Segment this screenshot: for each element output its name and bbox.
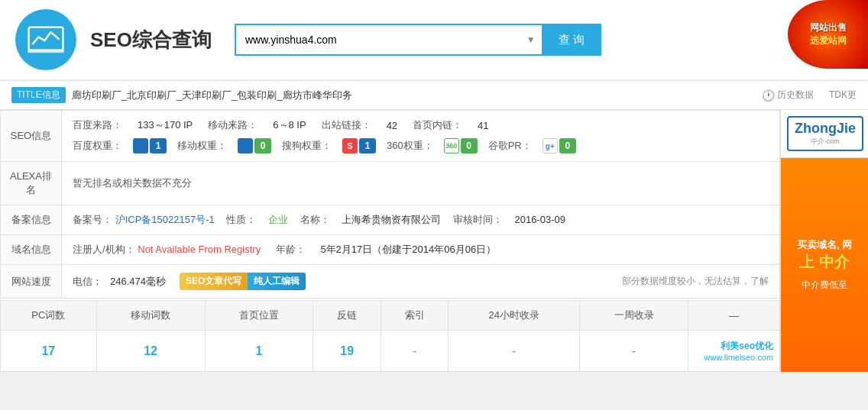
- beian-name-value: 上海希贵物资有限公司: [342, 214, 441, 225]
- stats-header-row: PC词数 移动词数 首页位置 反链 索引 24小时收录 一周收录 —: [1, 301, 780, 331]
- main-content: SEO信息 百度来路： 133～170 IP 移动来路： 6～8 IP 出站链接…: [0, 110, 868, 372]
- seo-ad-banner[interactable]: SEO文章代写 纯人工编辑: [180, 273, 306, 290]
- stats-index: -: [381, 331, 448, 372]
- telecom-value: 246.474毫秒: [110, 275, 166, 289]
- stats-header-24h: 24小时收录: [449, 301, 580, 331]
- beian-num-link[interactable]: 沪ICP备15022157号-1: [115, 214, 215, 225]
- alexa-row: ALEXA排名 暂无排名或相关数据不充分: [1, 162, 780, 205]
- seo-ad-part2: 纯人工编辑: [248, 273, 306, 290]
- stats-header-pc: PC词数: [1, 301, 97, 331]
- tdk-link[interactable]: TDK更: [829, 89, 857, 102]
- bottom-ad-text2: www.limeiseo.com: [695, 353, 773, 362]
- baidu-traffic-value: 133～170 IP: [138, 118, 193, 132]
- inner-link-label: 首页内链：: [413, 118, 462, 132]
- seo-content-cell: 百度来路： 133～170 IP 移动来路： 6～8 IP 出站链接： 42 首…: [62, 111, 780, 162]
- logo-icon: [28, 26, 64, 53]
- alexa-content-cell: 暂无排名或相关数据不充分: [62, 162, 780, 205]
- speed-label-cell: 网站速度: [1, 265, 62, 299]
- stats-bottom-ad[interactable]: 利美seo优化 www.limeiseo.com: [688, 331, 780, 372]
- search-input[interactable]: [235, 24, 520, 56]
- stats-header-backlink: 反链: [313, 301, 381, 331]
- ad-buy-domain-text1: 买卖域名, 网: [787, 238, 862, 252]
- beian-nature-label: 性质：: [226, 214, 256, 225]
- sogou-weight-badge: S 1: [342, 138, 376, 153]
- stats-header-position: 首页位置: [205, 301, 313, 331]
- stats-header-index: 索引: [381, 301, 448, 331]
- seo-label-cell: SEO信息: [1, 111, 62, 162]
- outlink-label: 出站链接：: [322, 118, 371, 132]
- alexa-label-cell: ALEXA排名: [1, 162, 62, 205]
- header-ad[interactable]: 网站出售 选爱站网: [788, 0, 868, 69]
- stats-table: PC词数 移动词数 首页位置 反链 索引 24小时收录 一周收录 — 17 12…: [0, 300, 780, 372]
- domain-registrar-label: 注册人/机构：: [73, 244, 135, 255]
- ad-mid-text: 上 中介: [787, 252, 862, 273]
- ad-buy-domain: 买卖域名, 网 上 中介 中介费低至: [781, 158, 868, 372]
- search-dropdown[interactable]: ▼: [520, 24, 542, 56]
- beian-name-label: 名称：: [300, 214, 330, 225]
- stats-position[interactable]: 1: [205, 331, 313, 372]
- search-button[interactable]: 查 询: [542, 24, 601, 56]
- title-badge: TITLE信息: [11, 87, 66, 103]
- title-bar: TITLE信息 廊坊印刷厂_北京印刷厂_天津印刷厂_包装印刷_廊坊市峰华印务 🕐…: [0, 80, 868, 110]
- qihu-weight-badge: 360 0: [444, 138, 478, 153]
- stats-pc-words[interactable]: 17: [1, 331, 97, 372]
- mobile-traffic-label: 移动来路：: [208, 118, 257, 132]
- ad-buy-domain-text2: 中介费低至: [787, 279, 862, 292]
- right-ad-panel[interactable]: ZhongJie 中介·com 买卖域名, 网 上 中介 中介费低至: [780, 110, 868, 372]
- info-table: SEO信息 百度来路： 133～170 IP 移动来路： 6～8 IP 出站链接…: [0, 110, 780, 299]
- domain-registrar-value: Not Available From Registry: [138, 244, 261, 255]
- google-pr-badge: g+ 0: [542, 138, 576, 153]
- zhongjie-badge: ZhongJie 中介·com: [781, 110, 868, 158]
- seo-info-row: SEO信息 百度来路： 133～170 IP 移动来路： 6～8 IP 出站链接…: [1, 111, 780, 162]
- stats-header-week: 一周收录: [580, 301, 688, 331]
- mobile-weight-badge: 🐾 0: [238, 138, 271, 153]
- baidu-traffic-label: 百度来路：: [73, 118, 122, 132]
- beian-label-cell: 备案信息: [1, 205, 62, 235]
- mobile-weight-label: 移动权重：: [177, 139, 227, 153]
- domain-age-label: 年龄：: [276, 244, 306, 255]
- beian-nature-value: 企业: [268, 214, 288, 225]
- page-title: 廊坊印刷厂_北京印刷厂_天津印刷厂_包装印刷_廊坊市峰华印务: [72, 89, 352, 102]
- speed-row: 网站速度 电信： 246.474毫秒 SEO文章代写 纯人工编辑 部分数据维度较…: [1, 265, 780, 299]
- beian-audit-value: 2016-03-09: [514, 214, 565, 225]
- sogou-weight-label: 搜狗权重：: [282, 139, 332, 153]
- google-pr-label: 谷歌PR：: [488, 139, 532, 153]
- stats-week: -: [580, 331, 688, 372]
- qihu-weight-label: 360权重：: [387, 139, 433, 153]
- domain-age-value: 5年2月17日（创建于2014年06月06日）: [320, 244, 496, 255]
- seo-ad-part1: SEO文章代写: [180, 273, 248, 290]
- domain-row: 域名信息 注册人/机构： Not Available From Registry…: [1, 235, 780, 265]
- stats-24h: -: [449, 331, 580, 372]
- speed-note: 部分数据维度较小，无法估算，了解: [622, 275, 769, 288]
- beian-num-label: 备案号：: [73, 214, 112, 225]
- telecom-label: 电信：: [73, 275, 102, 289]
- svg-rect-1: [28, 49, 64, 53]
- site-title: SEO综合查询: [90, 27, 212, 53]
- stats-data-row: 17 12 1 19 - - - 利美seo优化 www.limeiseo.co…: [1, 331, 780, 372]
- baidu-weight-badge: 🐾 1: [133, 138, 167, 153]
- search-bar: ▼ 查 询: [235, 24, 601, 56]
- header-ad-text2: 选爱站网: [810, 34, 847, 47]
- stats-backlink[interactable]: 19: [313, 331, 381, 372]
- beian-audit-label: 审核时间：: [453, 214, 503, 225]
- baidu-weight-label: 百度权重：: [73, 139, 122, 153]
- zhongjie-sub: 中介·com: [811, 137, 840, 147]
- logo-circle: [15, 9, 76, 70]
- history-link[interactable]: 🕐 历史数据: [762, 89, 814, 102]
- stats-mobile-words[interactable]: 12: [96, 331, 205, 372]
- beian-row: 备案信息 备案号： 沪ICP备15022157号-1 性质： 企业 名称： 上海…: [1, 205, 780, 235]
- zhongjie-logo-text: ZhongJie: [795, 121, 856, 137]
- domain-content-cell: 注册人/机构： Not Available From Registry 年龄： …: [62, 235, 780, 265]
- stats-header-extra: —: [688, 301, 780, 331]
- alexa-value: 暂无排名或相关数据不充分: [73, 177, 192, 189]
- outlink-value: 42: [387, 120, 397, 131]
- stats-header-mobile: 移动词数: [96, 301, 205, 331]
- inner-link-value: 41: [478, 120, 488, 131]
- bottom-ad-text1: 利美seo优化: [695, 340, 773, 353]
- mobile-traffic-value: 6～8 IP: [273, 118, 306, 132]
- domain-label-cell: 域名信息: [1, 235, 62, 265]
- history-icon: 🕐: [762, 89, 775, 102]
- beian-content-cell: 备案号： 沪ICP备15022157号-1 性质： 企业 名称： 上海希贵物资有…: [62, 205, 780, 235]
- header-ad-text1: 网站出售: [810, 21, 847, 34]
- speed-content-cell: 电信： 246.474毫秒 SEO文章代写 纯人工编辑 部分数据维度较小，无法估…: [62, 265, 780, 299]
